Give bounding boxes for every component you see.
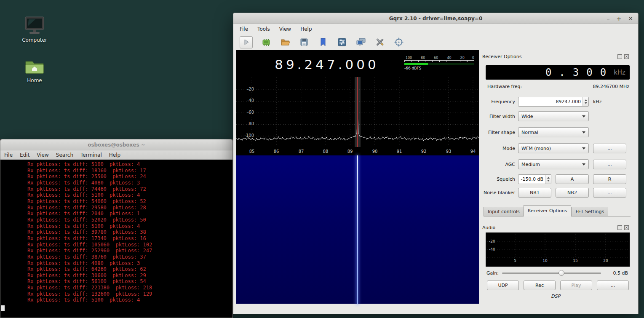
desktop-icon-computer[interactable]: Computer <box>14 16 55 43</box>
terminal-line: Rx pktLoss: ts diff: 252960 pktLoss: 247 <box>27 248 232 254</box>
dock-close-icon[interactable]: × <box>624 54 629 59</box>
gqrx-menu-item[interactable]: Tools <box>257 25 271 33</box>
filter-bandwidth-indicator[interactable] <box>355 77 361 147</box>
meter-reading: -66 dBFS <box>404 66 474 70</box>
freq-axis-label: 89 <box>344 149 356 154</box>
dock-float-icon[interactable] <box>617 225 622 230</box>
receiver-dock: Receiver Options × 0.300 kHz Hardware fr… <box>481 52 631 315</box>
dsp-status-label: DSP <box>481 294 631 299</box>
filter-shape-row: Filter shape Normal <box>481 127 631 137</box>
squelch-auto-label: A <box>571 176 574 182</box>
dsp-tools-icon[interactable] <box>374 37 385 48</box>
io-devices-icon[interactable] <box>261 37 272 48</box>
terminal-line: Rx pktLoss: ts diff: 4080 pktLoss: 3 <box>27 180 232 186</box>
open-file-icon[interactable] <box>280 37 291 48</box>
terminal-titlebar[interactable]: osboxes@osboxes ~ <box>0 139 232 150</box>
squelch-spinbox[interactable]: -150.0 dB <box>518 174 551 184</box>
spectrum-display[interactable]: 89.247.000 -100-80-60-40-200 -66 dBFS -2… <box>236 50 479 155</box>
terminal-menu-item[interactable]: File <box>3 151 13 159</box>
terminal-menu-item[interactable]: View <box>36 151 49 159</box>
agc-select[interactable]: Medium <box>518 159 589 169</box>
meter-scale <box>404 60 474 62</box>
meter-bar <box>404 63 474 65</box>
nb1-button[interactable]: NB1 <box>518 188 551 198</box>
play-label: Play <box>572 283 581 288</box>
desktop-icon-label: Computer <box>22 37 47 43</box>
db-axis-label: -20 <box>242 87 254 91</box>
chevron-down-icon <box>582 163 585 166</box>
terminal-cursor <box>1 305 5 311</box>
close-button[interactable]: ✕ <box>628 16 633 21</box>
home-folder-icon <box>24 58 45 76</box>
spinner-arrows-icon[interactable] <box>545 175 551 184</box>
save-file-icon[interactable] <box>299 37 310 48</box>
terminal-menubar: FileEditViewSearchTerminalHelp <box>0 150 232 160</box>
agc-value: Medium <box>521 162 540 167</box>
gqrx-menu-item[interactable]: File <box>239 25 249 33</box>
terminal-line: Rx pktLoss: ts diff: 132600 pktLoss: 129 <box>27 291 232 297</box>
hardware-frequency-row: Hardware freq: 89.246700 MHz <box>487 84 629 89</box>
udp-button[interactable]: UDP <box>487 281 519 290</box>
filter-shape-select[interactable]: Normal <box>518 127 589 137</box>
bookmarks-icon[interactable] <box>318 37 329 48</box>
rec-button[interactable]: Rec <box>524 281 556 290</box>
terminal-menu-item[interactable]: Help <box>108 151 121 159</box>
agc-options-button[interactable]: ... <box>593 160 626 169</box>
tab-fft-settings[interactable]: FFT Settings <box>571 207 608 216</box>
terminal-line: Rx pktLoss: ts diff: 17340 pktLoss: 16 <box>27 235 232 242</box>
audio-spectrum-display[interactable]: -20-40 5101520 <box>486 232 630 267</box>
freq-axis-label: 88 <box>319 149 332 154</box>
start-dsp-button[interactable] <box>240 36 253 48</box>
gain-options-icon[interactable] <box>337 37 347 48</box>
terminal-menu-item[interactable]: Edit <box>19 151 30 159</box>
terminal-title: osboxes@osboxes ~ <box>88 142 145 148</box>
play-button[interactable]: Play <box>560 281 592 290</box>
gqrx-titlebar[interactable]: Gqrx 2.10 - driver=lime,soapy=0 – + ✕ <box>233 13 638 24</box>
slider-knob[interactable] <box>558 270 564 276</box>
tab-receiver-options[interactable]: Receiver Options <box>524 205 572 216</box>
audio-gain-slider[interactable] <box>502 269 601 277</box>
frequency-spinbox[interactable]: 89247.000 <box>518 97 589 107</box>
gqrx-menu-item[interactable]: Help <box>299 25 313 33</box>
filter-width-select[interactable]: Wide <box>518 111 589 121</box>
terminal-line: Rx pktLoss: ts diff: 29580 pktLoss: 28 <box>27 205 232 211</box>
gqrx-menu-item[interactable]: View <box>278 25 292 33</box>
audio-options-button[interactable]: ... <box>597 281 629 290</box>
filter-width-label: Filter width <box>481 114 518 119</box>
freq-axis-label: 92 <box>417 149 430 154</box>
terminal-line: Rx pktLoss: ts diff: 74460 pktLoss: 72 <box>27 186 232 192</box>
terminal-line: Rx pktLoss: ts diff: 18360 pktLoss: 17 <box>27 168 232 174</box>
minimize-button[interactable]: – <box>607 16 610 21</box>
full-screen-icon[interactable] <box>355 37 366 48</box>
channel-offset-lcd[interactable]: 0.300 kHz <box>486 65 630 80</box>
squelch-auto-button[interactable]: A <box>556 174 589 184</box>
squelch-reset-label: R <box>608 176 612 182</box>
dock-tab-bar: Input controls Receiver Options FFT Sett… <box>484 205 631 216</box>
meter-tick-label: -80 <box>420 56 425 60</box>
maximize-button[interactable]: + <box>617 16 622 21</box>
gqrx-toolbar <box>233 34 638 50</box>
mode-row: Mode WFM (mono) ... <box>481 143 631 153</box>
dock-float-icon[interactable] <box>617 54 622 59</box>
terminal-output[interactable]: Rx pktLoss: ts diff: 5100 pktLoss: 4Rx p… <box>0 160 232 318</box>
chevron-down-icon <box>582 147 585 150</box>
waterfall-display[interactable] <box>236 155 479 304</box>
mode-select[interactable]: WFM (mono) <box>518 143 589 153</box>
audio-freq-label: 20 <box>601 259 611 263</box>
frequency-readout[interactable]: 89.247.000 <box>264 57 390 72</box>
desktop-icon-home[interactable]: Home <box>14 58 55 83</box>
dock-close-icon[interactable]: × <box>624 225 629 230</box>
terminal-menu-item[interactable]: Search <box>55 151 74 159</box>
spinner-arrows-icon[interactable] <box>583 97 588 106</box>
terminal-menu-item[interactable]: Terminal <box>80 151 103 159</box>
squelch-reset-button[interactable]: R <box>593 174 626 184</box>
center-frequency-icon[interactable] <box>393 37 404 48</box>
tab-input-controls[interactable]: Input controls <box>484 207 524 216</box>
freq-axis-label: 86 <box>270 149 283 154</box>
terminal-line: Rx pktLoss: ts diff: 2040 pktLoss: 1 <box>27 211 232 217</box>
meter-tick-label: -40 <box>446 56 452 60</box>
mode-options-button[interactable]: ... <box>593 144 626 153</box>
noise-blanker-options-button[interactable]: ... <box>593 188 626 198</box>
nb2-button[interactable]: NB2 <box>556 188 589 198</box>
audio-db-label: -40 <box>489 247 495 251</box>
